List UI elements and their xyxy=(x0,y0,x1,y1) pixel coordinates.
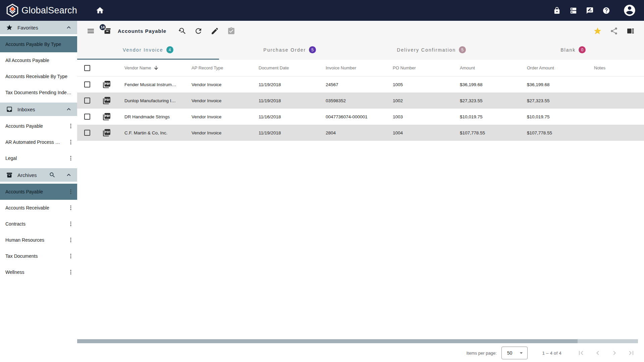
column-header-vendor-name[interactable]: Vendor Name xyxy=(116,65,183,71)
favorite-star-icon[interactable] xyxy=(593,27,602,35)
globalsearch-logo: GlobalSearch xyxy=(5,3,77,17)
chevron-up-icon[interactable] xyxy=(65,24,72,31)
column-header-amount[interactable]: Amount xyxy=(451,65,519,70)
kebab-menu-icon[interactable] xyxy=(68,268,74,276)
section-title: Favorites xyxy=(17,25,60,31)
pdf-document-icon[interactable] xyxy=(102,96,111,105)
section-title: Inboxes xyxy=(17,107,60,112)
items-per-page-select[interactable]: 50 xyxy=(501,347,528,359)
share-icon[interactable] xyxy=(610,27,618,35)
next-page-icon[interactable] xyxy=(610,349,619,357)
column-header-po-number[interactable]: PO Number xyxy=(384,65,451,70)
kebab-menu-icon[interactable] xyxy=(68,188,74,195)
tab-count-badge: 5 xyxy=(309,46,316,53)
pdf-document-icon[interactable] xyxy=(102,112,111,121)
section-title: Archives xyxy=(17,172,44,178)
feedback-icon[interactable] xyxy=(586,7,594,14)
row-checkbox[interactable] xyxy=(84,114,90,120)
sidebar-item-tax-documents-pending[interactable]: Tax Documents Pending Inde… xyxy=(0,84,77,101)
sidebar-item-inbox-legal[interactable]: Legal xyxy=(0,150,77,166)
split-view-icon[interactable] xyxy=(626,27,635,35)
sidebar-item-archive-tax-documents[interactable]: Tax Documents xyxy=(0,248,77,264)
column-header-ap-record-type[interactable]: AP Record Type xyxy=(183,65,250,70)
sidebar-item-archive-human-resources[interactable]: Human Resources xyxy=(0,232,77,248)
last-page-icon[interactable] xyxy=(627,349,635,357)
page-range-label: 1 – 4 of 4 xyxy=(542,351,561,356)
archive-toolbar: 14 Accounts Payable xyxy=(77,21,644,41)
pdf-document-icon[interactable] xyxy=(102,80,111,89)
tab-count-badge: 4 xyxy=(166,46,173,53)
prev-page-icon[interactable] xyxy=(594,349,602,357)
row-checkbox[interactable] xyxy=(84,81,90,87)
first-page-icon[interactable] xyxy=(577,349,585,357)
sidebar: Favorites Accounts Payable By Type All A… xyxy=(0,21,77,362)
sidebar-item-archive-contracts[interactable]: Contracts xyxy=(0,216,77,232)
tab-vendor-invoice[interactable]: Vendor Invoice 4 xyxy=(77,41,219,60)
sort-desc-arrow-icon[interactable] xyxy=(153,65,159,71)
kebab-menu-icon[interactable] xyxy=(68,122,74,130)
sidebar-item-all-accounts-payable[interactable]: All Accounts Payable xyxy=(0,52,77,68)
archive-icon xyxy=(6,172,13,178)
sidebar-item-archive-accounts-receivable[interactable]: Accounts Receivable xyxy=(0,200,77,216)
refresh-icon[interactable] xyxy=(194,27,203,35)
edit-icon[interactable] xyxy=(211,27,219,35)
sidebar-item-inbox-accounts-payable[interactable]: Accounts Payable xyxy=(0,118,77,134)
select-all-checkbox[interactable] xyxy=(84,65,90,71)
inbox-icon xyxy=(6,106,13,113)
search-icon[interactable] xyxy=(49,172,56,178)
sidebar-item-inbox-ar-automated-process[interactable]: AR Automated Process … xyxy=(0,134,77,150)
column-header-document-date[interactable]: Document Date xyxy=(250,65,317,70)
home-icon[interactable] xyxy=(96,6,104,15)
column-header-order-amount[interactable]: Order Amount xyxy=(519,65,586,70)
pagination-bar: Items per page: 50 1 – 4 of 4 xyxy=(77,344,644,362)
lock-icon[interactable] xyxy=(553,7,561,14)
tab-delivery-confirmation[interactable]: Delivery Confirmation 5 xyxy=(361,41,502,60)
brand-name: GlobalSearch xyxy=(21,5,77,16)
logo-cube-icon xyxy=(5,3,19,17)
sidebar-section-inboxes[interactable]: Inboxes xyxy=(0,103,77,116)
chevron-up-icon[interactable] xyxy=(65,106,72,113)
menu-icon[interactable] xyxy=(87,27,95,35)
row-checkbox[interactable] xyxy=(84,130,90,136)
column-header-invoice-number[interactable]: Invoice Number xyxy=(317,65,384,70)
column-header-notes[interactable]: Notes xyxy=(586,65,644,70)
tab-count-badge: 5 xyxy=(459,46,466,53)
document-count-badge: 14 xyxy=(99,23,106,31)
chevron-up-icon[interactable] xyxy=(65,171,72,179)
kebab-menu-icon[interactable] xyxy=(68,204,74,212)
pdf-document-icon[interactable] xyxy=(102,128,111,137)
table-row[interactable]: Fender Musical Instrum… Vendor Invoice 1… xyxy=(77,76,644,93)
row-checkbox[interactable] xyxy=(84,98,90,104)
horizontal-scrollbar[interactable] xyxy=(77,339,638,343)
tab-count-badge: 0 xyxy=(579,46,586,53)
table-row[interactable]: DR Handmade Strings Vendor Invoice 11/16… xyxy=(77,109,644,125)
dropdown-arrow-icon xyxy=(518,350,525,356)
kebab-menu-icon[interactable] xyxy=(68,252,74,260)
avatar-icon[interactable] xyxy=(623,4,636,17)
sidebar-item-accounts-receivable-by-type[interactable]: Accounts Receivable By Type xyxy=(0,68,77,84)
search-again-icon[interactable] xyxy=(178,27,186,35)
tab-blank[interactable]: Blank 0 xyxy=(502,41,644,60)
dns-icon[interactable] xyxy=(570,7,577,14)
kebab-menu-icon[interactable] xyxy=(68,220,74,228)
table-row[interactable]: C.F. Martin & Co, Inc. Vendor Invoice 11… xyxy=(77,125,644,141)
sidebar-item-accounts-payable-by-type[interactable]: Accounts Payable By Type xyxy=(0,36,77,52)
kebab-menu-icon[interactable] xyxy=(68,236,74,244)
record-type-tabs: Vendor Invoice 4 Purchase Order 5 Delive… xyxy=(77,41,644,60)
archive-title: Accounts Payable xyxy=(118,28,166,34)
table-row[interactable]: Dunlop Manufacturing I… Vendor Invoice 1… xyxy=(77,93,644,109)
sidebar-item-archive-accounts-payable[interactable]: Accounts Payable xyxy=(0,184,77,200)
topbar: GlobalSearch xyxy=(0,0,644,21)
assignment-done-icon xyxy=(227,27,235,35)
kebab-menu-icon[interactable] xyxy=(68,155,74,162)
sidebar-item-archive-wellness[interactable]: Wellness xyxy=(0,264,77,280)
scrollbar-thumb[interactable] xyxy=(77,339,578,343)
help-icon[interactable] xyxy=(602,7,610,14)
tab-purchase-order[interactable]: Purchase Order 5 xyxy=(219,41,361,60)
sidebar-section-archives[interactable]: Archives xyxy=(0,168,77,182)
star-icon xyxy=(6,24,13,31)
table-header: Vendor Name AP Record Type Document Date… xyxy=(77,60,644,76)
sidebar-section-favorites[interactable]: Favorites xyxy=(0,21,77,34)
archive-doc-icon: 14 xyxy=(103,26,112,35)
kebab-menu-icon[interactable] xyxy=(68,138,74,146)
